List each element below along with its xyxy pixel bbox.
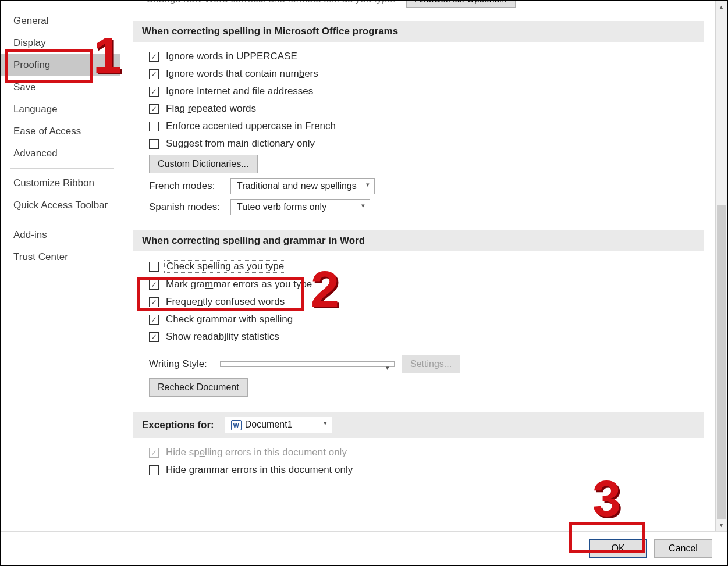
- opt-readability[interactable]: ✓ Show readability statistics: [133, 328, 704, 346]
- opt-suggest-main-dict[interactable]: Suggest from main dictionary only: [133, 135, 704, 152]
- custom-dictionaries-button[interactable]: Custom Dictionaries...: [149, 155, 258, 173]
- french-modes-dropdown[interactable]: Traditional and new spellings: [230, 178, 375, 194]
- ok-button[interactable]: OK: [589, 539, 647, 558]
- checkbox-checked-icon: ✓: [149, 280, 159, 290]
- opt-ignore-numbers[interactable]: ✓ Ignore words that contain numbers: [133, 65, 704, 83]
- writing-style-label: Writing Style:: [149, 358, 213, 370]
- sidebar-item-ease-of-access[interactable]: Ease of Access: [1, 120, 120, 143]
- opt-mark-grammar[interactable]: ✓ Mark grammar errors as you type: [133, 276, 704, 293]
- word-doc-icon: W: [231, 420, 242, 430]
- vertical-scrollbar[interactable]: ▲ ▼: [715, 1, 727, 531]
- autocorrect-options-button[interactable]: AutoCorrect Options...: [406, 1, 516, 8]
- scroll-thumb[interactable]: [717, 205, 726, 519]
- sidebar-item-customize-ribbon[interactable]: Customize Ribbon: [1, 172, 120, 194]
- opt-check-spelling-as-type[interactable]: Check spelling as you type: [133, 257, 704, 276]
- checkbox-checked-disabled-icon: ✓: [149, 448, 159, 458]
- sidebar-item-language[interactable]: Language: [1, 98, 120, 120]
- recheck-document-button[interactable]: Recheck Document: [149, 378, 248, 397]
- opt-ignore-uppercase[interactable]: ✓ Ignore words in UPPERCASE: [133, 48, 704, 65]
- checkbox-checked-icon: ✓: [149, 297, 159, 307]
- scroll-up-icon[interactable]: ▲: [716, 1, 727, 13]
- settings-button[interactable]: Settings...: [402, 355, 460, 373]
- cancel-button[interactable]: Cancel: [654, 539, 712, 558]
- checkbox-checked-icon: ✓: [149, 332, 159, 342]
- section-exceptions: Exceptions for: WDocument1: [133, 412, 704, 438]
- spanish-modes-label: Spanish modes:: [149, 201, 223, 213]
- opt-hide-spelling-errors: ✓ Hide spelling errors in this document …: [133, 444, 704, 461]
- checkbox-checked-icon: ✓: [149, 315, 159, 325]
- sidebar-item-general[interactable]: General: [1, 10, 120, 32]
- exceptions-dropdown[interactable]: WDocument1: [225, 417, 332, 433]
- sidebar-item-trust-center[interactable]: Trust Center: [1, 246, 120, 268]
- checkbox-checked-icon: ✓: [149, 104, 159, 114]
- section-spelling-office: When correcting spelling in Microsoft Of…: [133, 21, 704, 42]
- opt-enforce-accented[interactable]: Enforce accented uppercase in French: [133, 118, 704, 135]
- section-spelling-word: When correcting spelling and grammar in …: [133, 230, 704, 251]
- proofing-panel: Change how Word corrects and formats tex…: [120, 1, 727, 531]
- french-modes-label: French modes:: [149, 180, 223, 192]
- spanish-modes-dropdown[interactable]: Tuteo verb forms only: [230, 199, 370, 215]
- checkbox-unchecked-icon: [149, 465, 159, 475]
- opt-flag-repeated[interactable]: ✓ Flag repeated words: [133, 100, 704, 118]
- opt-frequently-confused[interactable]: ✓ Frequently confused words: [133, 293, 704, 311]
- sidebar-item-proofing[interactable]: Proofing: [1, 54, 120, 76]
- checkbox-checked-icon: ✓: [149, 69, 159, 79]
- dialog-footer: OK Cancel: [1, 531, 727, 565]
- opt-check-grammar-spelling[interactable]: ✓ Check grammar with spelling: [133, 311, 704, 328]
- autocorrect-desc: Change how Word corrects and formats tex…: [146, 1, 396, 5]
- sidebar-item-save[interactable]: Save: [1, 76, 120, 98]
- options-sidebar: General Display Proofing Save Language E…: [1, 1, 120, 531]
- checkbox-unchecked-icon: [149, 139, 159, 149]
- sidebar-item-add-ins[interactable]: Add-ins: [1, 224, 120, 246]
- checkbox-unchecked-icon: [149, 122, 159, 131]
- checkbox-unchecked-icon: [149, 262, 159, 272]
- scroll-down-icon[interactable]: ▼: [716, 519, 727, 531]
- sidebar-item-advanced[interactable]: Advanced: [1, 143, 120, 165]
- writing-style-dropdown[interactable]: [220, 361, 395, 367]
- sidebar-item-display[interactable]: Display: [1, 32, 120, 54]
- checkbox-checked-icon: ✓: [149, 87, 159, 97]
- opt-hide-grammar-errors[interactable]: Hide grammar errors in this document onl…: [133, 461, 704, 479]
- sidebar-item-quick-access-toolbar[interactable]: Quick Access Toolbar: [1, 194, 120, 216]
- checkbox-checked-icon: ✓: [149, 52, 159, 62]
- opt-ignore-internet[interactable]: ✓ Ignore Internet and file addresses: [133, 83, 704, 100]
